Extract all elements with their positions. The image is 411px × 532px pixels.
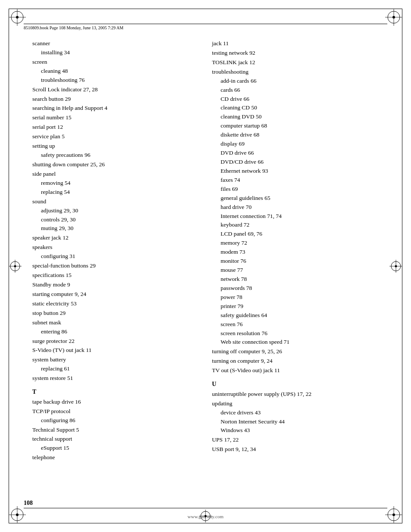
index-entry: Technical Support 5 xyxy=(32,426,199,435)
index-entry: adjusting 29, 30 xyxy=(32,206,199,215)
svg-point-19 xyxy=(14,265,16,267)
side-mark-left xyxy=(9,260,22,273)
index-entry: serial number 15 xyxy=(32,113,199,122)
index-entry: tape backup drive 16 xyxy=(32,398,199,407)
index-entry: stop button 29 xyxy=(32,309,199,318)
index-entry: entering 86 xyxy=(32,327,199,336)
index-entry: mouse 77 xyxy=(212,266,379,275)
left-column: scannerinstalling 34screencleaning 48tro… xyxy=(32,39,199,489)
index-entry: troubleshooting 76 xyxy=(32,76,199,85)
right-column: jack 11testing network 92TOSLINK jack 12… xyxy=(212,39,379,489)
index-entry: updating xyxy=(212,399,379,408)
index-entry: specifications 15 xyxy=(32,271,199,280)
index-entry: screen resolution 76 xyxy=(212,329,379,338)
index-entry: controls 29, 30 xyxy=(32,215,199,224)
index-entry: configuring 86 xyxy=(32,416,199,425)
index-entry: replacing 61 xyxy=(32,364,199,373)
index-entry: TV out (S-Video out) jack 11 xyxy=(212,366,379,375)
index-entry: LCD panel 69, 76 xyxy=(212,230,379,239)
index-entry: setting up xyxy=(32,142,199,151)
index-entry: UPS 17, 22 xyxy=(212,436,379,445)
index-entry: network 78 xyxy=(212,275,379,284)
index-entry: keyboard 72 xyxy=(212,221,379,230)
side-mark-right xyxy=(389,260,402,273)
index-entry: general guidelines 65 xyxy=(212,194,379,203)
index-entry: eSupport 15 xyxy=(32,444,199,453)
index-entry: static electricity 53 xyxy=(32,299,199,308)
index-entry: add-in cards 66 xyxy=(212,77,379,86)
index-entry: TOSLINK jack 12 xyxy=(212,58,379,67)
index-entry: files 69 xyxy=(212,185,379,194)
index-entry: surge protector 22 xyxy=(32,337,199,346)
index-entry: power 78 xyxy=(212,293,379,302)
index-entry: technical support xyxy=(32,435,199,444)
index-entry: Internet connection 71, 74 xyxy=(212,212,379,221)
svg-point-3 xyxy=(16,16,19,19)
index-entry: system battery xyxy=(32,355,199,364)
index-entry: cleaning 48 xyxy=(32,67,199,76)
index-entry: Ethernet network 93 xyxy=(212,167,379,176)
index-entry: Standby mode 9 xyxy=(32,280,199,289)
content-area: scannerinstalling 34screencleaning 48tro… xyxy=(32,39,379,489)
index-entry: jack 11 xyxy=(212,39,379,48)
index-entry: system restore 51 xyxy=(32,374,199,383)
index-entry: safety guidelines 64 xyxy=(212,311,379,320)
svg-point-7 xyxy=(392,16,395,19)
index-entry: Norton Internet Security 44 xyxy=(212,417,379,426)
index-entry: DVD/CD drive 66 xyxy=(212,158,379,167)
index-entry: S-Video (TV) out jack 11 xyxy=(32,346,199,355)
index-entry: modem 73 xyxy=(212,248,379,257)
index-entry: scanner xyxy=(32,39,199,48)
index-entry: memory 72 xyxy=(212,239,379,248)
index-entry: uninterruptible power supply (UPS) 17, 2… xyxy=(212,390,379,399)
index-entry: monitor 76 xyxy=(212,257,379,266)
index-entry: removing 54 xyxy=(32,179,199,188)
index-entry: passwords 78 xyxy=(212,284,379,293)
index-entry: cleaning CD 50 xyxy=(212,103,379,112)
index-entry: DVD drive 66 xyxy=(212,149,379,158)
page-number: 108 xyxy=(24,500,33,507)
index-entry: device drivers 43 xyxy=(212,408,379,417)
index-entry: cards 66 xyxy=(212,86,379,95)
index-entry: printer 79 xyxy=(212,302,379,311)
index-entry: cleaning DVD 50 xyxy=(212,112,379,121)
index-entry: installing 34 xyxy=(32,48,199,57)
svg-point-23 xyxy=(395,265,397,267)
corner-mark-tr xyxy=(385,9,402,26)
index-entry: shutting down computer 25, 26 xyxy=(32,160,199,169)
index-entry: faxes 74 xyxy=(212,176,379,185)
header-text: 8510809.book Page 108 Monday, June 13, 2… xyxy=(24,25,123,30)
index-entry: TCP/IP protocol xyxy=(32,407,199,416)
index-entry: turning on computer 9, 24 xyxy=(212,357,379,366)
index-entry: speakers xyxy=(32,243,199,252)
footer-bar: 108 xyxy=(24,500,387,508)
index-entry: troubleshooting xyxy=(212,68,379,77)
index-entry: diskette drive 68 xyxy=(212,131,379,140)
index-entry: Windows 43 xyxy=(212,426,379,435)
section-header: U xyxy=(212,380,379,389)
index-entry: CD drive 66 xyxy=(212,95,379,104)
index-entry: subnet mask xyxy=(32,318,199,327)
index-entry: testing network 92 xyxy=(212,49,379,58)
svg-point-27 xyxy=(205,515,207,517)
index-entry: muting 29, 30 xyxy=(32,224,199,233)
index-entry: starting computer 9, 24 xyxy=(32,290,199,299)
index-entry: serial port 12 xyxy=(32,123,199,132)
index-entry: search button 29 xyxy=(32,95,199,104)
index-entry: screen xyxy=(32,58,199,67)
index-entry: sound xyxy=(32,197,199,206)
index-entry: safety precautions 96 xyxy=(32,151,199,160)
index-entry: searching in Help and Support 4 xyxy=(32,104,199,113)
index-entry: replacing 54 xyxy=(32,188,199,197)
corner-mark-tl xyxy=(9,9,26,26)
index-entry: Web site connection speed 71 xyxy=(212,338,379,347)
index-entry: computer startup 68 xyxy=(212,121,379,131)
index-entry: speaker jack 12 xyxy=(32,233,199,243)
index-entry: Scroll Lock indicator 27, 28 xyxy=(32,85,199,94)
index-entry: special-function buttons 29 xyxy=(32,261,199,271)
bottom-center-mark xyxy=(199,510,212,524)
index-entry: turning off computer 9, 25, 26 xyxy=(212,347,379,356)
index-entry: side panel xyxy=(32,170,199,179)
index-entry: configuring 31 xyxy=(32,252,199,261)
header: 8510809.book Page 108 Monday, June 13, 2… xyxy=(24,24,387,30)
